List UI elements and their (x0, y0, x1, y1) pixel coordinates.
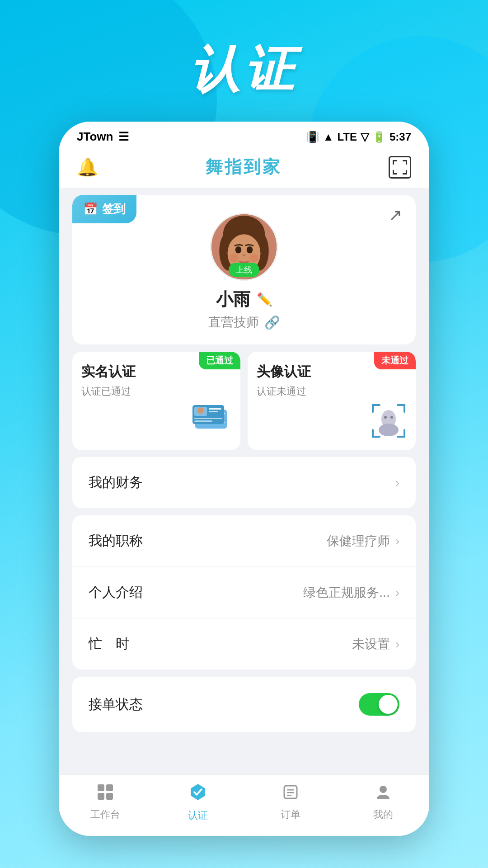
face-cert-icon-area (257, 403, 407, 439)
user-role: 直营技师 (208, 314, 259, 331)
wifi-icon: ▽ (361, 131, 369, 143)
svg-rect-26 (209, 411, 218, 412)
svg-rect-40 (287, 795, 291, 796)
status-right: 📳 ▲ LTE ▽ 🔋 5:37 (306, 131, 411, 143)
refresh-button[interactable]: ↗ (389, 206, 402, 225)
face-cert-desc: 认证未通过 (257, 385, 407, 398)
title-chevron-icon: › (395, 534, 399, 548)
checkin-label: 签到 (102, 201, 126, 217)
svg-rect-33 (98, 784, 104, 791)
time-label: 5:37 (389, 131, 411, 143)
header-title: 舞指到家 (206, 156, 282, 179)
svg-point-13 (235, 246, 241, 253)
svg-rect-1 (393, 160, 394, 165)
svg-point-24 (197, 407, 204, 414)
user-role-row: 直营技师 🔗 (208, 314, 280, 331)
busy-label: 忙 时 (89, 635, 129, 653)
svg-point-41 (380, 786, 387, 793)
scan-button[interactable] (389, 156, 411, 179)
svg-rect-27 (194, 418, 222, 419)
chevron-icon: › (395, 476, 399, 490)
nav-item-workbench[interactable]: 工作台 (74, 783, 137, 821)
avatar-container: 上线 (210, 213, 278, 281)
edit-icon[interactable]: ✏️ (257, 292, 272, 307)
link-icon[interactable]: 🔗 (264, 315, 280, 330)
main-content: 📅 签到 ↗ (59, 188, 429, 774)
certification-icon (188, 782, 208, 806)
svg-point-16 (249, 253, 258, 262)
page-title: 认证 (190, 36, 298, 104)
svg-point-31 (384, 416, 387, 419)
nav-item-certification[interactable]: 认证 (166, 782, 230, 822)
workbench-label: 工作台 (90, 808, 120, 821)
svg-rect-38 (287, 789, 294, 791)
svg-rect-34 (106, 784, 113, 791)
checkin-icon: 📅 (83, 202, 98, 216)
order-status-label: 接单状态 (89, 695, 143, 714)
orders-label: 订单 (281, 808, 300, 821)
app-header: 🔔 舞指到家 (59, 148, 429, 188)
svg-point-15 (230, 253, 238, 262)
workbench-icon (96, 783, 114, 805)
profile-menu-card: 我的职称 保健理疗师 › 个人介绍 绿色正规服务... › 忙 时 未设置 › (72, 515, 416, 670)
user-name-row: 小雨 ✏️ (216, 288, 272, 311)
real-name-cert-badge: 已通过 (199, 352, 240, 369)
svg-rect-35 (98, 793, 104, 800)
mine-label: 我的 (373, 808, 393, 821)
menu-icon: ☰ (118, 130, 129, 144)
real-name-cert-card[interactable]: 已通过 实名认证 认证已通过 (72, 352, 240, 450)
order-status-card: 接单状态 (72, 677, 416, 732)
svg-rect-25 (209, 408, 221, 410)
bottom-nav: 工作台 认证 订单 (59, 774, 429, 836)
busy-menu-item[interactable]: 忙 时 未设置 › (72, 618, 416, 670)
checkin-badge[interactable]: 📅 签到 (72, 195, 136, 223)
signal-icon: ▲ (323, 131, 334, 143)
finance-label: 我的财务 (89, 473, 143, 492)
finance-card: 我的财务 › (72, 457, 416, 508)
bell-icon[interactable]: 🔔 (77, 157, 98, 177)
user-name: 小雨 (216, 288, 250, 311)
title-label: 我的职称 (89, 532, 143, 550)
busy-value: 未设置 (352, 636, 390, 653)
face-cert-card[interactable]: 未通过 头像认证 认证未通过 (248, 352, 416, 450)
profile-card: 📅 签到 ↗ (72, 195, 416, 344)
svg-point-30 (379, 424, 399, 436)
intro-value: 绿色正规服务... (303, 584, 389, 601)
nav-item-mine[interactable]: 我的 (352, 783, 415, 821)
real-name-cert-desc: 认证已通过 (81, 385, 231, 398)
certification-row: 已通过 实名认证 认证已通过 (72, 352, 416, 450)
svg-point-32 (390, 416, 393, 419)
busy-chevron-icon: › (395, 637, 399, 651)
svg-rect-28 (194, 420, 212, 422)
status-left: JTown ☰ (77, 130, 129, 144)
title-value: 保健理疗师 (327, 533, 390, 550)
online-status-badge: 上线 (229, 263, 259, 277)
svg-rect-39 (287, 792, 294, 793)
order-status-toggle[interactable] (359, 693, 399, 716)
status-bar: JTown ☰ 📳 ▲ LTE ▽ 🔋 5:37 (59, 122, 429, 148)
finance-right: › (395, 476, 399, 490)
vibrate-icon: 📳 (306, 131, 319, 143)
lte-label: LTE (337, 131, 357, 143)
nav-item-orders[interactable]: 订单 (259, 783, 322, 821)
real-name-cert-icon-area (81, 403, 231, 430)
svg-rect-36 (106, 793, 113, 800)
svg-rect-3 (406, 160, 407, 165)
intro-chevron-icon: › (395, 585, 399, 600)
phone-frame: JTown ☰ 📳 ▲ LTE ▽ 🔋 5:37 🔔 舞指到家 (59, 122, 429, 836)
face-cert-badge: 未通过 (374, 352, 416, 369)
intro-label: 个人介绍 (89, 583, 143, 602)
svg-point-14 (247, 246, 253, 253)
title-right: 保健理疗师 › (327, 533, 399, 550)
mine-icon (374, 783, 392, 805)
intro-right: 绿色正规服务... › (303, 584, 399, 601)
certification-nav-label: 认证 (188, 809, 208, 822)
battery-icon: 🔋 (372, 131, 386, 143)
svg-rect-7 (406, 170, 407, 175)
busy-right: 未设置 › (352, 636, 399, 653)
carrier-label: JTown (77, 130, 113, 144)
intro-menu-item[interactable]: 个人介绍 绿色正规服务... › (72, 567, 416, 618)
title-menu-item[interactable]: 我的职称 保健理疗师 › (72, 515, 416, 567)
finance-menu-item[interactable]: 我的财务 › (72, 457, 416, 508)
svg-rect-5 (393, 170, 394, 175)
